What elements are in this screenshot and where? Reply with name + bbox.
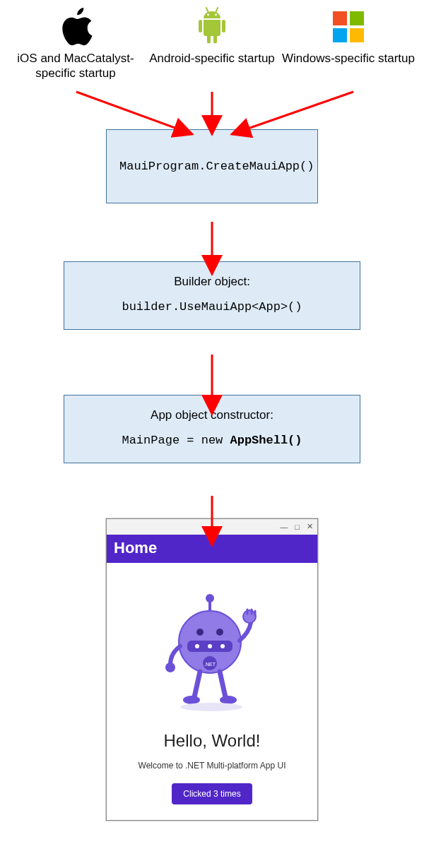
- svg-point-15: [195, 644, 199, 648]
- app-click-button[interactable]: Clicked 3 times: [172, 783, 252, 804]
- svg-rect-1: [222, 20, 225, 32]
- robot-illustration: .NET: [159, 591, 265, 714]
- svg-rect-6: [333, 11, 347, 25]
- svg-rect-9: [350, 28, 364, 42]
- app-window: — □ ✕ Home: [106, 518, 318, 821]
- platform-android-label: Android-specific startup: [149, 51, 275, 66]
- code-constructor-bold: AppShell(): [230, 434, 302, 447]
- svg-line-3: [216, 8, 218, 12]
- svg-point-28: [220, 696, 237, 704]
- svg-point-21: [243, 610, 256, 623]
- app-header: Home: [107, 535, 317, 563]
- window-maximize-icon: □: [295, 523, 300, 531]
- app-welcome-text: Welcome to .NET Multi-platform App UI: [139, 761, 286, 771]
- svg-point-27: [183, 696, 200, 704]
- svg-line-2: [206, 8, 208, 12]
- platform-ios-label: iOS and MacCatalyst-specific startup: [8, 51, 143, 81]
- box-builder-code: builder.UseMauiApp<App>(): [77, 300, 347, 314]
- box-app-constructor-code: MainPage = new AppShell(): [77, 434, 347, 447]
- box-mauiprogram-code: MauiProgram.CreateMauiApp(): [119, 160, 305, 173]
- box-app-constructor-title: App object constructor:: [77, 408, 347, 422]
- svg-text:.NET: .NET: [204, 662, 216, 667]
- svg-point-11: [206, 594, 214, 602]
- svg-point-16: [208, 644, 212, 648]
- svg-point-19: [216, 629, 223, 636]
- app-titlebar: — □ ✕: [107, 519, 317, 535]
- platform-android: Android-specific startup: [145, 6, 279, 81]
- box-builder: Builder object: builder.UseMauiApp<App>(…: [64, 261, 360, 330]
- box-mauiprogram: MauiProgram.CreateMauiApp(): [106, 129, 318, 203]
- platform-windows-label: Windows-specific startup: [282, 51, 415, 66]
- app-hello-text: Hello, World!: [164, 731, 261, 751]
- svg-rect-0: [199, 20, 202, 32]
- svg-rect-7: [350, 11, 364, 25]
- svg-point-5: [215, 14, 217, 16]
- svg-line-32: [76, 92, 192, 134]
- svg-rect-8: [333, 28, 347, 42]
- svg-line-26: [220, 672, 225, 697]
- platform-row: iOS and MacCatalyst-specific startup And…: [0, 0, 424, 81]
- window-close-icon: ✕: [307, 522, 313, 531]
- svg-point-20: [165, 662, 175, 672]
- apple-icon: [58, 6, 93, 48]
- svg-point-29: [180, 703, 242, 711]
- svg-point-18: [196, 629, 204, 636]
- platform-windows: Windows-specific startup: [281, 6, 416, 81]
- box-app-constructor: App object constructor: MainPage = new A…: [64, 395, 360, 463]
- code-constructor-pre: MainPage = new: [122, 434, 230, 447]
- platform-ios: iOS and MacCatalyst-specific startup: [8, 6, 143, 81]
- svg-point-4: [207, 14, 209, 16]
- window-minimize-icon: —: [280, 523, 288, 531]
- svg-line-34: [232, 92, 353, 134]
- windows-icon: [331, 6, 365, 48]
- android-icon: [195, 6, 229, 48]
- app-body: .NET Hello, World! Welcome to .NET Multi…: [107, 563, 317, 820]
- svg-point-17: [220, 644, 225, 648]
- svg-line-25: [194, 672, 200, 697]
- box-builder-title: Builder object:: [77, 275, 347, 289]
